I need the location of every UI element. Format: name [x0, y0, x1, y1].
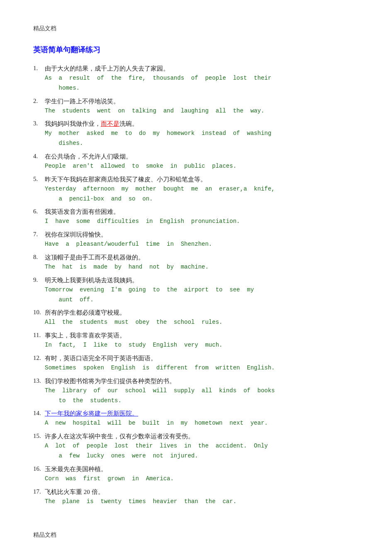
english-text: My mother asked me to do my homework ins… [45, 129, 359, 149]
list-item: 6.我英语发音方面有些困难。I have some difficulties i… [33, 208, 359, 227]
item-number: 9. [33, 276, 45, 284]
item-number: 10. [33, 309, 45, 316]
list-item: 10.所有的学生都必须遵守校规。All the students must ob… [33, 309, 359, 328]
list-item: 2.学生们一路上不停地说笑。The students went on talki… [33, 98, 359, 116]
english-text: Corn was first grown in America. [45, 474, 359, 484]
chinese-line: 11.事实上，我非常喜欢学英语。 [33, 332, 359, 340]
item-number: 13. [33, 377, 45, 384]
english-text: Yesterday afternoon my mother bought me … [45, 184, 359, 204]
chinese-text: 所有的学生都必须遵守校规。 [45, 309, 126, 317]
list-item: 16.玉米最先在美国种植。Corn was first grown in Ame… [33, 465, 359, 484]
chinese-text: 我英语发音方面有些困难。 [45, 208, 119, 216]
chinese-line: 12.有时，英语口语完全不同于英语书面语。 [33, 355, 359, 362]
chinese-text: 由于大火的结果，成千上万的人失去了家园。 [45, 65, 169, 73]
chinese-text: 玉米最先在美国种植。 [45, 465, 107, 473]
english-text: In fact, I like to study English very mu… [45, 340, 359, 350]
chinese-line: 15.许多人在这次车祸中丧生，仅有少数幸运者没有受伤。 [33, 433, 359, 440]
list-item: 9.明天晚上我要到机场去送我姨妈。Tomorrow evening I'm go… [33, 276, 359, 305]
list-item: 13.我们学校图书馆将为学生们提供各种类型的书。The library of o… [33, 377, 359, 406]
item-number: 5. [33, 176, 45, 183]
chinese-line: 14.下一年我的家乡将建一所新医院。 [33, 410, 359, 418]
chinese-line: 8.这顶帽子是由手工而不是机器做的。 [33, 254, 359, 262]
english-text: The library of our school will supply al… [45, 386, 359, 406]
item-number: 6. [33, 208, 45, 215]
chinese-text: 在公共场合，不允许人们吸烟。 [45, 153, 132, 161]
english-text: The hat is made by hand not by machine. [45, 262, 359, 272]
chinese-line: 16.玉米最先在美国种植。 [33, 465, 359, 473]
chinese-text: 许多人在这次车祸中丧生，仅有少数幸运者没有受伤。 [45, 433, 194, 440]
chinese-text: 祝你在深圳玩得愉快。 [45, 231, 107, 239]
chinese-line: 3.我妈妈叫我做作业，而不是洗碗。 [33, 120, 359, 128]
chinese-line: 9.明天晚上我要到机场去送我姨妈。 [33, 276, 359, 284]
item-number: 7. [33, 231, 45, 238]
list-item: 3.我妈妈叫我做作业，而不是洗碗。My mother asked me to d… [33, 120, 359, 149]
english-text: A new hospital will be built in my homet… [45, 418, 359, 428]
chinese-text: 昨天下午我妈在那家商店给我买了橡皮、小刀和铅笔盒等。 [45, 176, 207, 183]
chinese-text: 明天晚上我要到机场去送我姨妈。 [45, 276, 138, 284]
item-number: 1. [33, 65, 45, 72]
list-item: 7.祝你在深圳玩得愉快。Have a pleasant/wouderful ti… [33, 231, 359, 249]
exercise-list: 1.由于大火的结果，成千上万的人失去了家园。As a result of the… [33, 65, 359, 506]
item-number: 3. [33, 120, 45, 127]
english-text: The students went on talking and laughin… [45, 106, 359, 116]
english-text: Sometimes spoken English is different fr… [45, 363, 359, 373]
chinese-line: 4.在公共场合，不允许人们吸烟。 [33, 153, 359, 161]
chinese-text: 我妈妈叫我做作业，而不是洗碗。 [45, 120, 138, 128]
english-text: A lot of people lost their lives in the … [45, 441, 359, 461]
list-item: 11.事实上，我非常喜欢学英语。In fact, I like to study… [33, 332, 359, 350]
item-number: 12. [33, 355, 45, 362]
chinese-line: 2.学生们一路上不停地说笑。 [33, 98, 359, 105]
item-number: 15. [33, 433, 45, 440]
list-item: 12.有时，英语口语完全不同于英语书面语。Sometimes spoken En… [33, 355, 359, 373]
chinese-text: 我们学校图书馆将为学生们提供各种类型的书。 [45, 377, 175, 385]
list-item: 17.飞机比火车重 20 倍。The plane is twenty times… [33, 488, 359, 507]
chinese-line: 7.祝你在深圳玩得愉快。 [33, 231, 359, 239]
english-text: As a result of the fire, thousands of pe… [45, 73, 359, 93]
english-text: The plane is twenty times heavier than t… [45, 497, 359, 507]
english-text: People aren't allowed to smoke in public… [45, 161, 359, 171]
watermark-top: 精品文档 [33, 25, 359, 32]
item-number: 14. [33, 410, 45, 417]
item-number: 17. [33, 488, 45, 495]
chinese-line: 6.我英语发音方面有些困难。 [33, 208, 359, 216]
english-text: Have a pleasant/wouderful time in Shenzh… [45, 240, 359, 249]
list-item: 4.在公共场合，不允许人们吸烟。People aren't allowed to… [33, 153, 359, 171]
chinese-line: 17.飞机比火车重 20 倍。 [33, 488, 359, 496]
chinese-line: 1.由于大火的结果，成千上万的人失去了家园。 [33, 65, 359, 73]
watermark-bottom: 精品文档 [33, 531, 359, 539]
item-number: 4. [33, 153, 45, 160]
list-item: 1.由于大火的结果，成千上万的人失去了家园。As a result of the… [33, 65, 359, 93]
chinese-text: 事实上，我非常喜欢学英语。 [45, 332, 126, 340]
list-item: 5.昨天下午我妈在那家商店给我买了橡皮、小刀和铅笔盒等。Yesterday af… [33, 176, 359, 204]
item-number: 11. [33, 332, 45, 339]
list-item: 14.下一年我的家乡将建一所新医院。A new hospital will be… [33, 410, 359, 428]
list-item: 15.许多人在这次车祸中丧生，仅有少数幸运者没有受伤。A lot of peop… [33, 433, 359, 461]
chinese-text: 下一年我的家乡将建一所新医院。 [45, 410, 138, 418]
english-text: I have some difficulties in English pron… [45, 217, 359, 227]
chinese-line: 13.我们学校图书馆将为学生们提供各种类型的书。 [33, 377, 359, 385]
item-number: 8. [33, 254, 45, 261]
item-number: 16. [33, 465, 45, 472]
english-text: Tomorrow evening I'm going to the airpor… [45, 285, 359, 305]
english-text: All the students must obey the school ru… [45, 318, 359, 328]
chinese-text: 这顶帽子是由手工而不是机器做的。 [45, 254, 144, 262]
chinese-line: 5.昨天下午我妈在那家商店给我买了橡皮、小刀和铅笔盒等。 [33, 176, 359, 183]
item-number: 2. [33, 98, 45, 105]
chinese-text: 飞机比火车重 20 倍。 [45, 488, 104, 496]
list-item: 8.这顶帽子是由手工而不是机器做的。The hat is made by han… [33, 254, 359, 272]
chinese-line: 10.所有的学生都必须遵守校规。 [33, 309, 359, 317]
page-title: 英语简单句翻译练习 [33, 45, 359, 55]
chinese-text: 学生们一路上不停地说笑。 [45, 98, 119, 105]
chinese-text: 有时，英语口语完全不同于英语书面语。 [45, 355, 157, 362]
